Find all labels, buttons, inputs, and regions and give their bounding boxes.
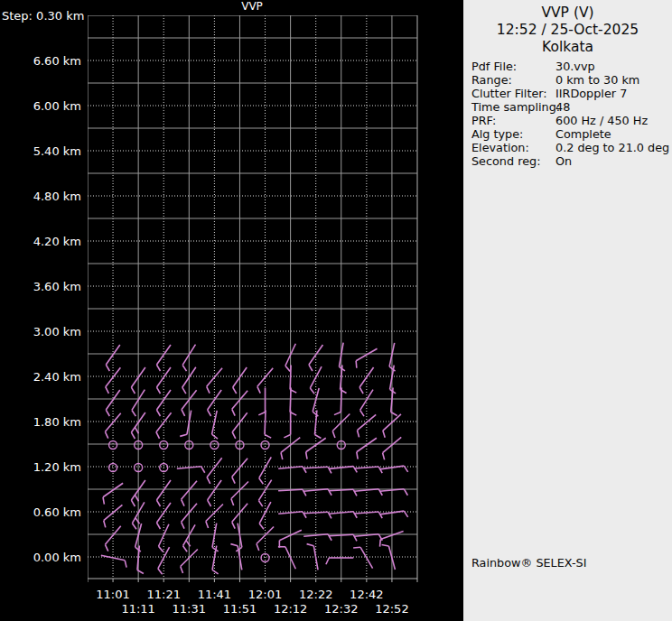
- y-axis-label: 2.40 km: [2, 370, 81, 384]
- wind-barb-tick: [310, 388, 314, 394]
- wind-barb-tick: [309, 365, 313, 371]
- x-axis-label: 11:01: [91, 588, 135, 601]
- wind-barb-tick: [106, 387, 109, 394]
- detail-label: Clutter Filter:: [471, 87, 555, 100]
- detail-label: Elevation:: [471, 141, 555, 154]
- detail-value: On: [555, 154, 668, 168]
- wind-barb-tick: [156, 523, 160, 529]
- wind-barb-tick: [265, 434, 271, 438]
- wind-barb-tick: [232, 477, 235, 483]
- detail-row-clutter-filter: Clutter Filter: IIRDoppler 7: [471, 87, 668, 100]
- wind-barb-staff: [207, 458, 222, 477]
- wind-barb-tick: [383, 453, 385, 460]
- wind-barb-tick: [182, 365, 186, 371]
- wind-barb-tick: [207, 477, 210, 484]
- x-axis-label: 11:11: [117, 602, 160, 616]
- wind-barb-tick: [132, 524, 136, 530]
- y-axis-label: 5.40 km: [2, 144, 81, 158]
- wind-barb-staff: [101, 555, 125, 561]
- wind-barb-tick: [359, 387, 363, 394]
- y-axis-label: 1.80 km: [2, 415, 81, 429]
- wind-barb-tick: [306, 452, 307, 459]
- detail-row-pdf-file: Pdf File: 30.vvp: [471, 60, 668, 73]
- wind-barb-tick: [232, 522, 235, 528]
- wind-barb-tick: [357, 452, 358, 459]
- wind-barb-tick: [182, 387, 186, 394]
- detail-row-second-reg: Second reg: On: [471, 154, 668, 168]
- x-axis-label: 12:22: [294, 588, 338, 601]
- wind-barb-tick: [233, 387, 237, 394]
- wind-barb-tick: [356, 361, 357, 368]
- wind-barb-tick: [106, 365, 109, 371]
- wind-barb-tick: [104, 521, 106, 528]
- x-axis-label: 12:32: [320, 602, 363, 616]
- wind-barb-staff: [106, 345, 119, 365]
- y-axis-label: 3.60 km: [2, 280, 81, 293]
- wind-barb-tick: [315, 434, 322, 438]
- wind-barb-tick: [378, 489, 382, 496]
- wind-barb-staff: [290, 366, 291, 390]
- y-axis-label: 1.20 km: [2, 460, 81, 474]
- wind-barb-tick: [105, 544, 107, 551]
- x-axis-label: 11:51: [218, 602, 261, 616]
- step-size-label: Step: 0.30 km: [2, 9, 83, 23]
- x-axis-label: 11:31: [167, 602, 210, 616]
- product-datetime: 12:52 / 25-Oct-2025: [463, 22, 672, 39]
- detail-row-prf: PRF: 600 Hz / 450 Hz: [471, 114, 668, 127]
- wind-barb-tick: [360, 410, 364, 416]
- detail-value: Complete: [555, 127, 668, 141]
- wind-barb-staff: [356, 348, 377, 361]
- detail-row-range: Range: 0 km to 30 km: [471, 73, 668, 87]
- wind-barb-tick: [404, 511, 407, 517]
- wind-barb-tick: [125, 561, 126, 568]
- wind-barb-tick: [156, 410, 160, 416]
- calm-wind-circle: [109, 441, 117, 450]
- wind-barb-tick: [232, 432, 236, 439]
- wind-barb-staff: [156, 345, 170, 365]
- wind-barb-staff: [306, 438, 326, 451]
- detail-label: Second reg:: [471, 154, 555, 168]
- wind-barb-tick: [182, 410, 185, 416]
- wind-barb-staff: [357, 438, 377, 451]
- wind-barb-tick: [208, 410, 211, 416]
- wind-barb-tick: [258, 500, 262, 506]
- detail-row-alg-type: Alg type: Complete: [471, 127, 668, 141]
- detail-value: 0 km to 30 km: [555, 73, 668, 87]
- detail-value: 600 Hz / 450 Hz: [555, 114, 668, 127]
- wind-barb-tick: [307, 544, 314, 546]
- wind-barb-staff: [341, 388, 341, 412]
- x-axis-label: 12:52: [370, 602, 414, 616]
- calm-wind-circle: [160, 441, 168, 450]
- wind-barb-tick: [231, 499, 234, 506]
- detail-label: Range:: [471, 73, 555, 87]
- wind-barb-tick: [230, 544, 238, 546]
- wind-barb-tick: [206, 522, 209, 529]
- wind-barb-tick: [328, 467, 331, 473]
- wind-barb-tick: [135, 518, 140, 524]
- detail-row-time-sampling: Time sampling: 48: [471, 100, 668, 114]
- wind-barb-tick: [404, 489, 407, 496]
- wind-barb-tick: [131, 387, 135, 394]
- wind-barb-tick: [105, 431, 107, 438]
- y-axis-label: 4.20 km: [2, 235, 81, 248]
- x-axis-label: 12:01: [244, 588, 287, 601]
- wind-barb-staff: [278, 489, 303, 490]
- y-axis-label: 6.00 km: [2, 99, 81, 113]
- y-axis-label: 3.00 km: [2, 325, 81, 338]
- wind-barb-staff: [303, 512, 328, 513]
- detail-label: Pdf File:: [471, 60, 555, 73]
- wind-barb-tick: [383, 431, 385, 438]
- wind-barb-staff: [104, 505, 123, 520]
- site-name: Kolkata: [463, 39, 672, 56]
- detail-value: 30.vvp: [555, 60, 668, 73]
- panel-header: VVP (V) 12:52 / 25-Oct-2025 Kolkata: [463, 5, 672, 56]
- wind-barb-tick: [156, 432, 160, 439]
- x-axis-label: 11:21: [142, 588, 185, 601]
- x-axis-label: 11:41: [192, 588, 236, 601]
- wind-barb-staff: [156, 480, 170, 500]
- wind-barb-tick: [106, 410, 109, 416]
- wind-barb-tick: [382, 545, 389, 546]
- plot-title: VVP: [216, 0, 288, 13]
- wind-barb-tick: [212, 570, 219, 574]
- wind-barb-staff: [329, 534, 353, 535]
